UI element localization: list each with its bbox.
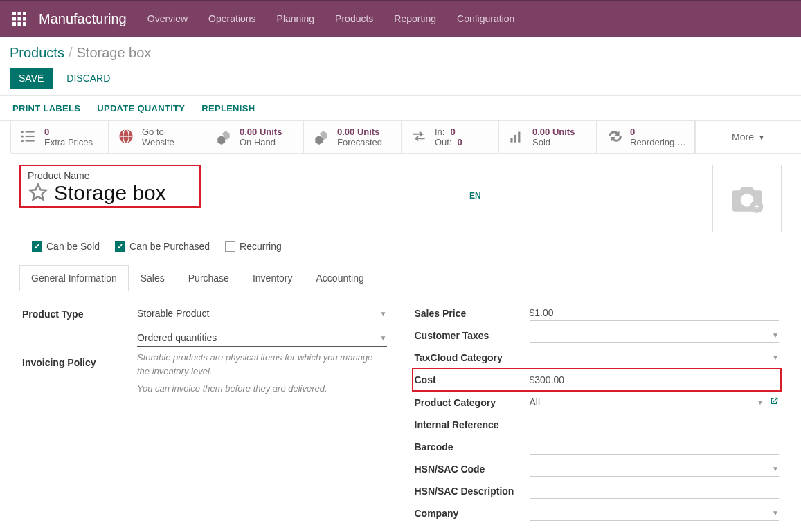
- boxes-icon: [215, 127, 233, 147]
- stat-sold-label: Sold: [532, 137, 575, 147]
- svg-point-9: [21, 130, 24, 132]
- menu-overview[interactable]: Overview: [147, 13, 188, 24]
- cost-input[interactable]: $300.00: [530, 372, 780, 387]
- tab-inventory[interactable]: Inventory: [241, 265, 305, 291]
- taxcloud-select[interactable]: ▼: [530, 350, 780, 365]
- recurring-checkbox[interactable]: Recurring: [225, 241, 282, 252]
- product-type-select[interactable]: Storable Product▼: [137, 305, 387, 322]
- barcode-label: Barcode: [415, 441, 530, 452]
- stat-forecast-label: Forecasted: [337, 137, 382, 147]
- menu-products[interactable]: Products: [335, 13, 373, 24]
- stat-website[interactable]: Go toWebsite: [108, 121, 206, 153]
- breadcrumb-root[interactable]: Products: [10, 45, 64, 61]
- stat-forecasted[interactable]: 0.00 UnitsForecasted: [303, 121, 402, 153]
- stat-website-l1: Go to: [142, 127, 174, 137]
- stat-forecast-value: 0.00 Units: [337, 127, 382, 137]
- stat-reordering[interactable]: 0Reordering …: [596, 121, 695, 153]
- bars-icon: [507, 127, 525, 147]
- customer-taxes-label: Customer Taxes: [415, 330, 530, 341]
- breadcrumb-current: Storage box: [77, 45, 152, 61]
- discard-button[interactable]: DISCARD: [60, 68, 117, 89]
- taxcloud-label: TaxCloud Category: [415, 352, 530, 363]
- barcode-input[interactable]: [530, 439, 780, 455]
- hsn-code-input[interactable]: ▼: [530, 461, 780, 477]
- print-labels-button[interactable]: PRINT LABELS: [12, 103, 80, 113]
- svg-rect-20: [518, 131, 520, 142]
- stat-extra-prices[interactable]: 0Extra Prices: [10, 121, 109, 153]
- list-icon: [19, 127, 37, 147]
- tab-accounting[interactable]: Accounting: [305, 265, 376, 291]
- svg-point-13: [21, 139, 24, 141]
- sub-actions: PRINT LABELS UPDATE QUANTITY REPLENISH: [0, 95, 801, 121]
- boxes-icon: [312, 127, 330, 147]
- svg-rect-19: [514, 134, 516, 142]
- hsn-desc-label: HSN/SAC Description: [415, 486, 530, 497]
- invoicing-policy-label: Invoicing Policy: [22, 357, 137, 368]
- stat-in-out[interactable]: In:0 Out:0: [401, 121, 499, 153]
- company-select[interactable]: ▼: [530, 506, 780, 521]
- product-category-label: Product Category: [415, 397, 530, 408]
- invoicing-policy-select[interactable]: Ordered quantities▼: [137, 329, 387, 347]
- menu-planning[interactable]: Planning: [277, 13, 315, 24]
- stat-on-hand[interactable]: 0.00 UnitsOn Hand: [206, 121, 304, 153]
- chevron-down-icon: ▼: [772, 354, 779, 361]
- external-link-icon[interactable]: [769, 396, 779, 408]
- lang-badge[interactable]: EN: [469, 191, 481, 201]
- stat-more-label: More: [732, 131, 754, 143]
- svg-rect-14: [26, 140, 35, 141]
- hsn-desc-input[interactable]: [530, 484, 780, 499]
- svg-rect-10: [26, 131, 35, 132]
- svg-rect-8: [23, 22, 26, 26]
- cost-field-highlight: Cost $300.00: [412, 368, 782, 392]
- chevron-down-icon: ▼: [380, 334, 387, 342]
- internal-ref-label: Internal Reference: [415, 419, 530, 430]
- internal-ref-input[interactable]: [530, 417, 780, 432]
- breadcrumb: Products / Storage box: [10, 45, 791, 61]
- star-icon[interactable]: [28, 182, 48, 205]
- sales-price-input[interactable]: $1.00: [530, 305, 780, 321]
- customer-taxes-select[interactable]: ▼: [530, 328, 780, 343]
- stat-reorder-label: Reordering …: [630, 137, 686, 147]
- can-be-sold-checkbox[interactable]: Can be Sold: [32, 241, 100, 252]
- chevron-down-icon: ▼: [772, 331, 779, 339]
- stat-reorder-value: 0: [630, 127, 686, 137]
- app-title[interactable]: Manufacturing: [39, 11, 127, 27]
- tabs: General Information Sales Purchase Inven…: [19, 264, 782, 291]
- cost-label: Cost: [415, 374, 530, 385]
- svg-rect-6: [12, 22, 16, 26]
- menu-operations[interactable]: Operations: [208, 13, 255, 24]
- product-name-label: Product Name: [28, 170, 192, 181]
- update-quantity-button[interactable]: UPDATE QUANTITY: [97, 103, 185, 113]
- transfer-icon: [410, 127, 428, 147]
- product-image-placeholder[interactable]: +: [712, 165, 782, 232]
- tab-general-info[interactable]: General Information: [19, 265, 129, 291]
- save-button[interactable]: SAVE: [10, 68, 53, 89]
- can-be-purchased-checkbox[interactable]: Can be Purchased: [115, 241, 210, 252]
- tab-purchase[interactable]: Purchase: [177, 265, 241, 291]
- menu-configuration[interactable]: Configuration: [457, 13, 514, 24]
- stat-sold[interactable]: 0.00 UnitsSold: [498, 121, 597, 153]
- tab-sales[interactable]: Sales: [129, 265, 177, 291]
- chevron-down-icon: ▼: [757, 398, 764, 406]
- chevron-down-icon: ▼: [772, 465, 779, 473]
- replenish-button[interactable]: REPLENISH: [201, 103, 255, 113]
- stat-more[interactable]: More ▼: [695, 121, 801, 153]
- product-category-select[interactable]: All▼: [530, 394, 764, 410]
- stat-extra-prices-label: Extra Prices: [44, 137, 93, 147]
- help-text-2: You can invoice them before they are del…: [137, 382, 387, 396]
- svg-rect-2: [23, 12, 26, 15]
- chevron-down-icon: ▼: [380, 310, 387, 318]
- stat-in-label: In:: [435, 127, 444, 137]
- chevron-down-icon: ▼: [758, 134, 765, 141]
- top-menu: Overview Operations Planning Products Re…: [147, 13, 515, 24]
- stat-onhand-label: On Hand: [240, 137, 282, 147]
- stat-row: 0Extra Prices Go toWebsite 0.00 UnitsOn …: [11, 121, 801, 154]
- menu-reporting[interactable]: Reporting: [394, 13, 436, 24]
- sales-price-label: Sales Price: [415, 308, 530, 319]
- stat-website-l2: Website: [142, 137, 174, 147]
- product-name-input[interactable]: [54, 181, 192, 205]
- stat-sold-value: 0.00 Units: [532, 127, 575, 137]
- apps-icon[interactable]: [11, 10, 28, 27]
- svg-rect-5: [23, 17, 26, 21]
- stat-out-value: 0: [458, 137, 462, 147]
